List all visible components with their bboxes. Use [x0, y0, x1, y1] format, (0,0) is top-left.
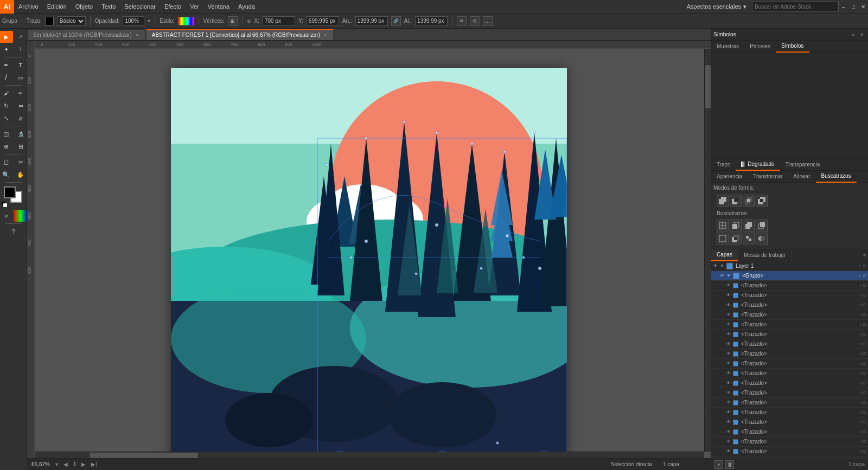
tab-forest-close[interactable]: ✕ [323, 33, 328, 38]
h-input[interactable] [415, 16, 448, 26]
path-eye-17[interactable]: 👁 [726, 439, 731, 444]
path-eye-1[interactable]: 👁 [726, 283, 731, 288]
path-row-3[interactable]: 👁 <Trazado> ○ □ [711, 300, 868, 310]
menu-ver[interactable]: Ver [186, 0, 203, 13]
p16-lock[interactable]: ○ [859, 429, 862, 434]
path-eye-15[interactable]: 👁 [726, 420, 731, 424]
workspace-selector[interactable]: Aspectos esenciales ▾ [681, 0, 752, 13]
search-adobe-stock[interactable] [752, 2, 839, 11]
direct-selection-tool[interactable]: ↗ [14, 31, 27, 43]
p12-vis[interactable]: □ [863, 390, 866, 395]
path-row-6[interactable]: 👁 <Trazado> ○ □ [711, 330, 868, 339]
x-input[interactable] [263, 16, 295, 26]
warp-tool[interactable]: ⌀ [14, 112, 27, 124]
path-row-10[interactable]: 👁 <Trazado> ○ □ [711, 369, 868, 378]
tab-trazo[interactable]: Trazo [711, 159, 736, 171]
path-row-11[interactable]: 👁 <Trazado> ○ □ [711, 378, 868, 388]
path-eye-18[interactable]: 👁 [726, 449, 731, 454]
p11-lock[interactable]: ○ [859, 381, 862, 385]
eraser-tool[interactable]: ◻ [0, 156, 13, 168]
path-eye-9[interactable]: 👁 [726, 361, 731, 366]
p9-vis[interactable]: □ [863, 361, 866, 366]
scale-tool[interactable]: ⤡ [0, 112, 13, 124]
p11-vis[interactable]: □ [863, 381, 866, 385]
exclude-btn[interactable] [756, 195, 768, 207]
opacity-input[interactable] [123, 16, 144, 26]
mirror-tool[interactable]: ⇔ [14, 100, 27, 112]
menu-seleccionar[interactable]: Seleccionar [120, 0, 159, 13]
p5-lock[interactable]: ○ [859, 322, 862, 327]
merge-btn[interactable] [743, 220, 755, 231]
menu-ayuda[interactable]: Ayuda [234, 0, 259, 13]
tab-pinceles[interactable]: Pinceles [744, 41, 776, 53]
group-expand-arrow[interactable]: ▼ [726, 273, 731, 278]
p6-lock[interactable]: ○ [859, 332, 862, 337]
group-lock[interactable]: ○ [858, 273, 861, 278]
path-eye-12[interactable]: 👁 [726, 390, 731, 395]
close-button[interactable]: ✕ [858, 0, 868, 14]
tab-capas[interactable]: Capas [711, 249, 738, 261]
p16-vis[interactable]: □ [863, 429, 866, 434]
path-eye-10[interactable]: 👁 [726, 371, 731, 376]
p8-vis[interactable]: □ [863, 351, 866, 356]
align-left-btn[interactable]: ⧈ [457, 16, 467, 26]
p5-vis[interactable]: □ [863, 322, 866, 327]
path-row-1[interactable]: 👁 <Trazado> ○ □ [711, 281, 868, 291]
gradient-tool[interactable]: ◫ [0, 128, 13, 140]
path-row-14[interactable]: 👁 <Trazado> ○ □ [711, 408, 868, 417]
group-vis[interactable]: □ [863, 273, 866, 278]
tab-buscatrazos[interactable]: Buscatrazos [816, 171, 857, 183]
path-row-8[interactable]: 👁 <Trazado> ○ □ [711, 349, 868, 359]
path-eye-11[interactable]: 👁 [726, 381, 731, 385]
artboard-nav-next[interactable]: ▶ [81, 461, 86, 467]
crop-btn[interactable] [756, 220, 768, 231]
p12-lock[interactable]: ○ [859, 390, 862, 395]
hand-tool[interactable]: ✋ [14, 169, 27, 181]
p18-vis[interactable]: □ [863, 449, 866, 454]
path-row-15[interactable]: 👁 <Trazado> ○ □ [711, 417, 868, 427]
tab-transparencia[interactable]: Transparencia [780, 159, 826, 171]
default-colors[interactable] [2, 202, 7, 207]
path-row-17[interactable]: 👁 <Trazado> ○ □ [711, 437, 868, 447]
path-row-13[interactable]: 👁 <Trazado> ○ □ [711, 398, 868, 408]
menu-objeto[interactable]: Objeto [71, 0, 97, 13]
maximize-button[interactable]: □ [848, 0, 858, 14]
p10-lock[interactable]: ○ [859, 371, 862, 376]
tab-alinear[interactable]: Alinear [788, 171, 815, 183]
tab-forest[interactable]: ABSTRACT FOREST 1 [Convertido].ai al 66,… [146, 29, 334, 40]
layer-lock-icon[interactable]: ○ [858, 263, 861, 268]
divide-btn[interactable] [717, 220, 729, 231]
question-tool[interactable]: ? [7, 226, 21, 237]
menu-ventana[interactable]: Ventana [203, 0, 234, 13]
menu-texto[interactable]: Texto [97, 0, 120, 13]
p14-vis[interactable]: □ [863, 410, 866, 415]
delete-layer-btn[interactable]: 🗑 [725, 460, 734, 469]
path-row-4[interactable]: 👁 <Trazado> ○ □ [711, 310, 868, 320]
p2-vis[interactable]: □ [863, 293, 866, 298]
y-input[interactable] [307, 16, 339, 26]
tab-untitled[interactable]: Sin título-1* al 100% (RGB/Previsualizar… [27, 29, 145, 40]
path-row-9[interactable]: 👁 <Trazado> ○ □ [711, 359, 868, 369]
eye-icon[interactable]: 👁 [713, 263, 718, 268]
expand-btn[interactable] [743, 233, 755, 244]
menu-archivo[interactable]: Archivo [14, 0, 43, 13]
intersect-btn[interactable] [743, 195, 755, 207]
path-eye-4[interactable]: 👁 [726, 312, 731, 317]
p4-vis[interactable]: □ [863, 312, 866, 317]
path-eye-2[interactable]: 👁 [726, 293, 731, 298]
p10-vis[interactable]: □ [863, 371, 866, 376]
artboard-nav-prev[interactable]: ◀ [63, 461, 68, 467]
opacity-arrow[interactable]: ▾ [148, 18, 150, 24]
fill-color[interactable] [4, 186, 16, 198]
p6-vis[interactable]: □ [863, 332, 866, 337]
tab-mesas[interactable]: Mesas de trabajo [738, 249, 792, 261]
stroke-color-swatch[interactable] [45, 17, 54, 25]
p14-lock[interactable]: ○ [859, 410, 862, 415]
p15-lock[interactable]: ○ [859, 420, 862, 424]
rotate-tool[interactable]: ↻ [0, 100, 13, 112]
blend-tool[interactable]: ⊕ [0, 140, 13, 152]
p15-vis[interactable]: □ [863, 420, 866, 424]
p18-lock[interactable]: ○ [859, 449, 862, 454]
minimize-button[interactable]: – [839, 0, 848, 14]
tab-untitled-close[interactable]: ✕ [135, 33, 139, 38]
